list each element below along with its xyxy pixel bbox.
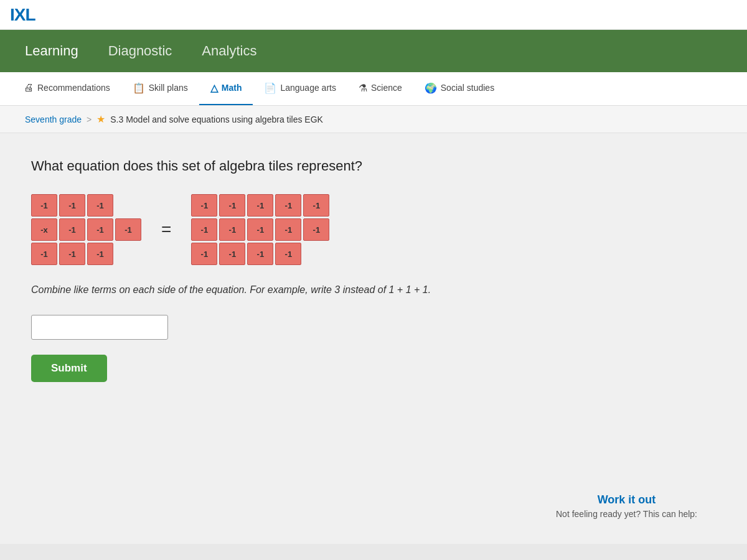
main-nav: Learning Diagnostic Analytics: [0, 30, 747, 72]
tile: -1: [31, 194, 57, 217]
breadcrumb-current: S.3 Model and solve equations using alge…: [110, 114, 323, 124]
tile: -1: [219, 218, 245, 241]
subnav-language-arts[interactable]: 📄 Language arts: [253, 72, 347, 106]
work-it-out-subtitle: Not feeling ready yet? This can help:: [556, 509, 697, 519]
question-title: What equation does this set of algebra t…: [31, 158, 716, 174]
tile: -1: [247, 218, 273, 241]
right-tile-row-2: -1 -1 -1 -1 -1: [191, 218, 329, 241]
sub-nav: 🖨 Recommendations 📋 Skill plans △ Math 📄…: [0, 72, 747, 106]
left-tile-row-3: -1 -1 -1: [31, 243, 141, 265]
nav-item-learning[interactable]: Learning: [25, 40, 78, 62]
tile: -1: [87, 194, 113, 217]
subnav-social-studies-label: Social studies: [441, 83, 494, 93]
tile: -1: [247, 243, 273, 265]
tile: -1: [275, 218, 301, 241]
skill-plans-icon: 📋: [133, 82, 145, 94]
main-content: What equation does this set of algebra t…: [0, 133, 747, 544]
tile: -1: [59, 194, 85, 217]
subnav-social-studies[interactable]: 🌍 Social studies: [413, 72, 505, 106]
work-it-out-title[interactable]: Work it out: [556, 493, 697, 506]
tile: -1: [115, 218, 141, 241]
tile: -1: [303, 194, 329, 217]
language-arts-icon: 📄: [264, 82, 276, 94]
answer-input[interactable]: [31, 315, 168, 340]
science-icon: ⚗: [359, 82, 367, 94]
tile: -1: [303, 218, 329, 241]
work-it-out: Work it out Not feeling ready yet? This …: [556, 493, 697, 519]
combine-instruction: Combine like terms on each side of the e…: [31, 282, 716, 297]
breadcrumb-parent[interactable]: Seventh grade: [25, 114, 82, 124]
tile: -1: [219, 194, 245, 217]
tile: -1: [87, 218, 113, 241]
subnav-math[interactable]: △ Math: [199, 72, 253, 106]
recommendations-icon: 🖨: [24, 82, 34, 93]
subnav-math-label: Math: [222, 83, 242, 93]
subnav-science[interactable]: ⚗ Science: [347, 72, 413, 106]
right-tile-row-1: -1 -1 -1 -1 -1: [191, 194, 329, 217]
nav-item-analytics[interactable]: Analytics: [202, 40, 256, 62]
tile: -1: [59, 243, 85, 265]
tile: -1: [191, 218, 217, 241]
subnav-skill-plans[interactable]: 📋 Skill plans: [121, 72, 199, 106]
tile: -1: [31, 243, 57, 265]
left-tile-group: -1 -1 -1 -x -1 -1 -1 -1 -1 -1: [31, 194, 141, 265]
tile: -1: [275, 194, 301, 217]
subnav-skill-plans-label: Skill plans: [149, 83, 188, 93]
submit-button[interactable]: Submit: [31, 355, 107, 382]
subnav-science-label: Science: [371, 83, 402, 93]
tile: -1: [247, 194, 273, 217]
nav-item-diagnostic[interactable]: Diagnostic: [108, 40, 172, 62]
left-tile-row-1: -1 -1 -1: [31, 194, 141, 217]
breadcrumb: Seventh grade > ★ S.3 Model and solve eq…: [0, 106, 747, 133]
right-tile-row-3: -1 -1 -1 -1: [191, 243, 329, 265]
tile-x: -x: [31, 218, 57, 241]
subnav-recommendations[interactable]: 🖨 Recommendations: [12, 72, 121, 106]
breadcrumb-separator: >: [87, 114, 92, 124]
right-tile-group: -1 -1 -1 -1 -1 -1 -1 -1 -1 -1 -1 -1 -1 -…: [191, 194, 329, 265]
tiles-area: -1 -1 -1 -x -1 -1 -1 -1 -1 -1 =: [31, 194, 716, 265]
math-icon: △: [210, 82, 218, 94]
tile: -1: [219, 243, 245, 265]
tile: -1: [191, 243, 217, 265]
tile: -1: [87, 243, 113, 265]
subnav-language-arts-label: Language arts: [280, 83, 336, 93]
tile: -1: [191, 194, 217, 217]
tile: -1: [275, 243, 301, 265]
logo: IXL: [10, 5, 35, 25]
subnav-recommendations-label: Recommendations: [37, 83, 110, 93]
equals-sign: =: [156, 220, 176, 240]
social-studies-icon: 🌍: [425, 82, 437, 94]
tile: -1: [59, 218, 85, 241]
logo-bar: IXL: [0, 0, 747, 30]
breadcrumb-star: ★: [96, 113, 105, 125]
left-tile-row-2: -x -1 -1 -1: [31, 218, 141, 241]
